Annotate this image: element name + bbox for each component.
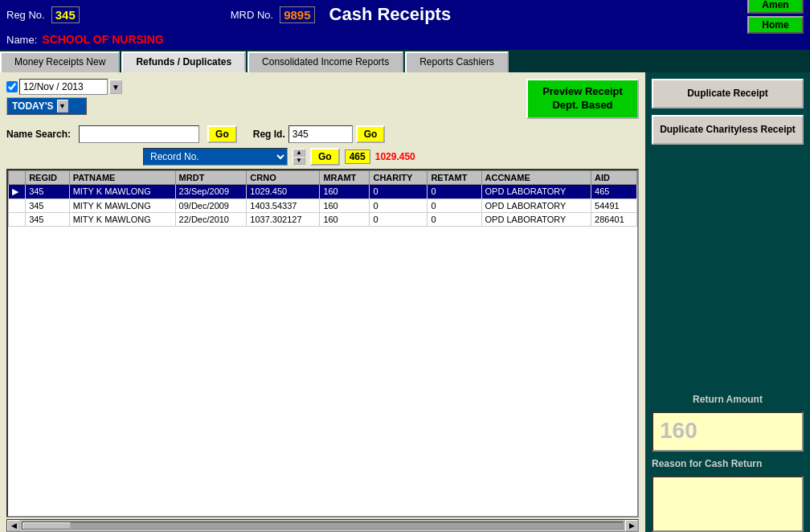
- cell-patname: MITY K MAWLONG: [69, 212, 175, 226]
- regid-section: Reg Id. Go: [253, 125, 386, 143]
- table-header: REGID PATNAME MRDT CRNO MRAMT CHARITY RE…: [9, 170, 637, 184]
- reg-no-value: 345: [51, 6, 80, 23]
- record-id-value: 465: [345, 149, 370, 164]
- cell-retamt: 0: [428, 184, 481, 198]
- horizontal-scrollbar[interactable]: ◀ ▶: [6, 519, 639, 532]
- table-row[interactable]: 345MITY K MAWLONG22/Dec/20101037.3021271…: [9, 212, 637, 226]
- cell-crno: 1037.302127: [247, 212, 320, 226]
- scroll-track[interactable]: [22, 522, 624, 530]
- cell-regid: 345: [26, 184, 70, 198]
- spin-up-button[interactable]: ▲: [292, 149, 305, 157]
- table-row[interactable]: 345MITY K MAWLONG09/Dec/20091403.5433716…: [9, 198, 637, 212]
- regid-input[interactable]: [288, 125, 353, 143]
- cell-mramt: 160: [320, 184, 370, 198]
- tab-money-receipts-new[interactable]: Money Receipts New: [0, 51, 120, 72]
- header-left: Reg No. 345 MRD No. 9895 Cash Receipts: [6, 4, 747, 25]
- mrd-no-value: 9895: [280, 6, 314, 23]
- name-label: Name:: [6, 34, 37, 46]
- cell-patname: MITY K MAWLONG: [69, 184, 175, 198]
- cell-mrdt: 09/Dec/2009: [175, 198, 247, 212]
- search-row: Name Search: Go Reg Id. Go: [6, 125, 639, 143]
- col-mrdt: MRDT: [175, 170, 247, 184]
- table-body: ▶345MITY K MAWLONG23/Sep/20091029.450160…: [9, 184, 637, 226]
- top-controls: ▼ TODAY'S ▼ Preview Receipt Dept. Based: [6, 79, 639, 119]
- cell-charity: 0: [370, 184, 428, 198]
- header-buttons: Amen Home: [747, 0, 804, 34]
- main-content: ▼ TODAY'S ▼ Preview Receipt Dept. Based …: [0, 72, 810, 532]
- date-dropdown-arrow[interactable]: ▼: [109, 80, 122, 94]
- preview-receipt-button[interactable]: Preview Receipt Dept. Based: [526, 79, 639, 119]
- col-regid: REGID: [26, 170, 70, 184]
- mrd-no-label: MRD No.: [231, 9, 273, 21]
- cell-retamt: 0: [428, 198, 481, 212]
- cell-mrdt: 22/Dec/2010: [175, 212, 247, 226]
- col-mramt: MRAMT: [320, 170, 370, 184]
- regid-label: Reg Id.: [253, 129, 285, 140]
- cell-mrdt: 23/Sep/2009: [175, 184, 247, 198]
- row-arrow: [9, 212, 26, 226]
- page-title: Cash Receipts: [329, 4, 452, 25]
- table-row[interactable]: ▶345MITY K MAWLONG23/Sep/20091029.450160…: [9, 184, 637, 198]
- return-amount-display: 160: [652, 411, 804, 452]
- tab-refunds-duplicates[interactable]: Refunds / Duplicates: [121, 51, 246, 72]
- cell-charity: 0: [370, 212, 428, 226]
- record-crno-value: 1029.450: [375, 151, 415, 162]
- col-accname: ACCNAME: [481, 170, 591, 184]
- record-go-button[interactable]: Go: [310, 148, 340, 166]
- todays-button[interactable]: TODAY'S ▼: [6, 97, 87, 115]
- amen-button[interactable]: Amen: [747, 0, 804, 14]
- duplicate-receipt-button[interactable]: Duplicate Receipt: [652, 79, 804, 108]
- todays-arrow-icon[interactable]: ▼: [57, 100, 68, 113]
- name-search-input[interactable]: [79, 125, 199, 143]
- cell-retamt: 0: [428, 212, 481, 226]
- left-panel: ▼ TODAY'S ▼ Preview Receipt Dept. Based …: [0, 72, 645, 532]
- scroll-right-button[interactable]: ▶: [625, 520, 638, 531]
- regid-go-button[interactable]: Go: [356, 125, 386, 143]
- preview-line1: Preview Receipt: [539, 85, 626, 99]
- scroll-left-button[interactable]: ◀: [7, 520, 20, 531]
- tab-bar: Money Receipts New Refunds / Duplicates …: [0, 51, 810, 72]
- record-row: Record No. ▲ ▼ Go 465 1029.450: [143, 148, 639, 166]
- col-charity: CHARITY: [370, 170, 428, 184]
- name-search-go-button[interactable]: Go: [207, 125, 237, 143]
- cash-return-label: Reason for Cash Return: [652, 458, 804, 469]
- scroll-thumb[interactable]: [22, 522, 71, 529]
- cell-accname: OPD LABORATORY: [481, 184, 591, 198]
- date-input[interactable]: [19, 79, 108, 95]
- cell-accname: OPD LABORATORY: [481, 212, 591, 226]
- row-arrow: [9, 198, 26, 212]
- cell-charity: 0: [370, 198, 428, 212]
- col-aid: AID: [591, 170, 637, 184]
- name-row: Name: SCHOOL OF NURSING: [0, 29, 810, 50]
- tab-reports-cashiers[interactable]: Reports Cashiers: [405, 51, 509, 72]
- cell-aid: 286401: [591, 212, 637, 226]
- data-table: REGID PATNAME MRDT CRNO MRAMT CHARITY RE…: [8, 170, 637, 227]
- cell-aid: 465: [591, 184, 637, 198]
- cell-crno: 1029.450: [247, 184, 320, 198]
- cell-aid: 54491: [591, 198, 637, 212]
- home-button[interactable]: Home: [747, 16, 804, 34]
- name-search-label: Name Search:: [6, 129, 71, 140]
- data-table-wrap[interactable]: REGID PATNAME MRDT CRNO MRAMT CHARITY RE…: [6, 169, 639, 518]
- tab-consolidated-income-reports[interactable]: Consolidated Income Reports: [248, 51, 403, 72]
- preview-line2: Dept. Based: [539, 99, 626, 113]
- cell-regid: 345: [26, 212, 70, 226]
- record-no-select[interactable]: Record No.: [143, 148, 288, 166]
- duplicate-charityless-receipt-button[interactable]: Duplicate Charityless Receipt: [652, 115, 804, 145]
- cell-accname: OPD LABORATORY: [481, 198, 591, 212]
- header: Reg No. 345 MRD No. 9895 Cash Receipts A…: [0, 0, 810, 29]
- row-arrow: ▶: [9, 184, 26, 198]
- cell-crno: 1403.54337: [247, 198, 320, 212]
- cash-return-textarea[interactable]: [652, 476, 804, 532]
- todays-label: TODAY'S: [12, 100, 54, 112]
- date-checkbox[interactable]: [6, 81, 18, 92]
- return-amount-label: Return Amount: [652, 394, 804, 405]
- right-panel: Duplicate Receipt Duplicate Charityless …: [645, 72, 810, 532]
- record-spinner: ▲ ▼: [292, 149, 305, 165]
- date-section: ▼ TODAY'S ▼: [6, 79, 122, 115]
- spin-down-button[interactable]: ▼: [292, 157, 305, 165]
- reg-no-label: Reg No.: [6, 9, 45, 21]
- col-patname: PATNAME: [69, 170, 175, 184]
- institution-name: SCHOOL OF NURSING: [42, 33, 163, 46]
- date-input-wrap: ▼: [6, 79, 122, 95]
